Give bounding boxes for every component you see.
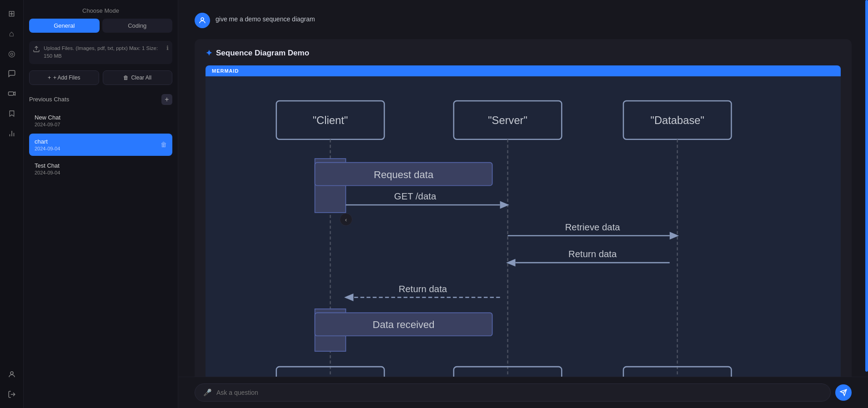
home-icon[interactable]: ⌂ [4,25,20,42]
mermaid-container: MERMAID "Client" "Server" "Database" [206,65,841,377]
new-chat-button[interactable]: + [161,94,172,105]
svg-text:"Client": "Client" [313,114,348,126]
mermaid-diagram: "Client" "Server" "Database" [206,76,841,377]
user-message-text: give me a demo sequence diagram [216,13,315,23]
svg-text:"Database": "Database" [651,114,704,126]
camera-icon[interactable]: ◎ [4,45,20,62]
chat-item-chart[interactable]: chart 2024-09-04 🗑 [29,134,172,156]
video-icon[interactable] [4,85,20,102]
sparkle-icon: ✦ [206,48,212,58]
ai-response-title-text: Sequence Diagram Demo [216,49,309,58]
user-profile-icon[interactable] [4,366,20,383]
svg-marker-1 [13,92,15,95]
previous-chats-label: Previous Chats [29,96,69,103]
input-bar: 🎤 [178,377,868,408]
send-button[interactable] [835,384,852,401]
choose-mode-label: Choose Mode [29,7,172,14]
chat-bubble-icon[interactable] [4,65,20,82]
main-content: give me a demo sequence diagram ✦ Sequen… [178,0,868,408]
svg-point-9 [201,18,204,20]
user-avatar [195,13,210,28]
ai-response-title: ✦ Sequence Diagram Demo [206,48,841,58]
icon-bar: ⊞ ⌂ ◎ [0,0,24,408]
chat-area: give me a demo sequence diagram ✦ Sequen… [178,0,868,377]
bookmark-icon[interactable] [4,105,20,122]
clear-all-button[interactable]: 🗑 Clear All [103,70,173,85]
previous-chats-header: Previous Chats + [29,94,172,105]
chat-list: New Chat 2024-09-07 🗑 chart 2024-09-04 🗑… [29,109,172,180]
chat-item-date: 2024-09-04 [35,170,60,175]
chat-item-test-chat[interactable]: Test Chat 2024-09-04 🗑 [29,158,172,180]
svg-marker-2 [10,111,14,116]
trash-icon: 🗑 [123,75,129,81]
svg-text:"Server": "Server" [488,114,527,126]
scroll-track[interactable] [865,0,868,372]
svg-text:Data received: Data received [373,319,435,330]
svg-marker-32 [344,294,353,301]
svg-text:Return data: Return data [568,249,617,259]
analytics-icon[interactable] [4,125,20,142]
chat-item-name: Test Chat [35,162,60,169]
svg-text:Request data: Request data [374,169,434,180]
logout-icon[interactable] [4,386,20,403]
chat-item-name: New Chat [35,114,60,121]
chat-item-date: 2024-09-07 [35,122,60,127]
upload-section: Upload Files. (Images, pdf, txt, pptx) M… [29,41,172,64]
user-message: give me a demo sequence diagram [195,13,852,28]
general-mode-button[interactable]: General [29,19,100,33]
mode-buttons: General Coding [29,19,172,33]
chat-input[interactable] [216,389,822,396]
upload-text: Upload Files. (Images, pdf, txt, pptx) M… [44,45,163,60]
chat-item-name: chart [35,138,60,145]
add-files-label: + Add Files [53,75,80,81]
svg-text:Return data: Return data [399,284,447,294]
plus-icon: + [48,75,51,81]
add-files-button[interactable]: + + Add Files [29,70,99,85]
svg-text:GET /data: GET /data [394,191,437,201]
delete-chat-icon[interactable]: 🗑 [161,141,167,148]
svg-point-6 [10,372,13,374]
upload-icon [33,45,40,55]
collapse-sidebar-button[interactable]: ‹ [340,213,352,226]
ai-response: ✦ Sequence Diagram Demo MERMAID "Client"… [195,39,852,377]
svg-rect-0 [8,92,13,95]
info-icon[interactable]: ℹ [166,45,169,51]
chat-item-new-chat[interactable]: New Chat 2024-09-07 🗑 [29,109,172,132]
mermaid-header: MERMAID [206,65,841,76]
svg-text:Retrieve data: Retrieve data [565,222,621,232]
file-actions: + + Add Files 🗑 Clear All [29,70,172,85]
microphone-icon[interactable]: 🎤 [203,388,212,397]
clear-all-label: Clear All [131,75,151,81]
chat-item-date: 2024-09-04 [35,146,60,151]
sequence-diagram-svg: "Client" "Server" "Database" [215,85,832,377]
svg-marker-23 [500,201,509,209]
grid-icon[interactable]: ⊞ [4,5,20,22]
sidebar: Choose Mode General Coding Upload Files.… [24,0,178,408]
chat-input-wrap: 🎤 [195,383,831,402]
coding-mode-button[interactable]: Coding [102,19,173,33]
